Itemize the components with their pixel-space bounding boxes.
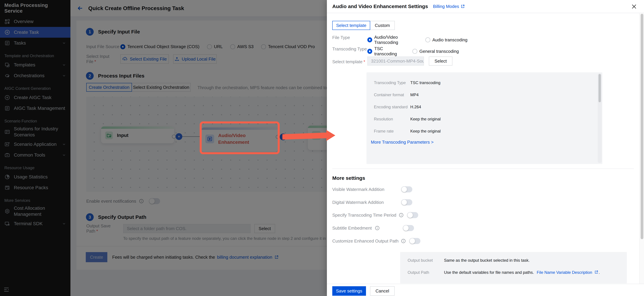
- radio-general-transcoding[interactable]: General transcoding: [412, 49, 459, 54]
- toggle-label: Subtitle Embedment: [332, 226, 372, 231]
- file-name-variable-link[interactable]: File Name Variable Description: [537, 270, 592, 275]
- output-info-row: Output Path Use the default variables fo…: [400, 270, 627, 275]
- template-info-row: Container formatMP4: [366, 93, 602, 97]
- save-settings-button[interactable]: Save settings: [332, 286, 366, 296]
- info-icon: [401, 239, 406, 244]
- template-info-row: Transcoding TypeTSC transcoding: [366, 80, 602, 85]
- info-value: Keep the original: [410, 129, 440, 134]
- external-link-icon: [460, 4, 465, 8]
- drawer-title: Audio and Video Enhancement Settings: [332, 3, 428, 9]
- transcoding-time-toggle[interactable]: [407, 212, 418, 218]
- info-icon: [399, 213, 404, 218]
- file-type-label: File Type: [332, 35, 350, 40]
- radio-dot: [412, 49, 417, 54]
- tab-custom[interactable]: Custom: [370, 21, 395, 30]
- template-info-row: Frame rateKeep the original: [366, 129, 602, 134]
- info-value: MP4: [410, 93, 418, 97]
- transcoding-type-options: TSC transcoding General transcoding: [367, 46, 459, 56]
- toggle-row-visible-watermark: Visible Watermark Addition: [332, 186, 412, 192]
- radio-av-transcoding[interactable]: Audio/Video Transcoding: [367, 35, 418, 45]
- info-label: Frame rate: [374, 129, 410, 134]
- info-label: Container format: [374, 93, 410, 97]
- enhancement-settings-drawer: Audio and Video Enhancement Settings Bil…: [327, 0, 644, 296]
- tab-select-template[interactable]: Select template: [332, 21, 370, 30]
- info-label: Resolution: [374, 117, 410, 122]
- radio-label: General transcoding: [420, 49, 459, 54]
- info-label: Output bucket: [408, 258, 444, 263]
- more-settings-heading: More settings: [332, 175, 365, 181]
- scrollbar-thumb[interactable]: [641, 14, 643, 239]
- output-path-text: Use the default variables for file names…: [444, 270, 534, 275]
- template-info-row: ResolutionKeep the original: [366, 117, 602, 122]
- template-id-input[interactable]: 321001-Common-MP4-SourceRe: [367, 56, 424, 66]
- radio-dot: [367, 49, 372, 54]
- custom-output-path-toggle[interactable]: [409, 238, 420, 244]
- radio-label: Audio/Video Transcoding: [374, 35, 418, 45]
- toggle-label: Visible Watermark Addition: [332, 187, 399, 192]
- toggle-knob: [403, 225, 408, 231]
- template-box-scrollbar: [598, 73, 602, 163]
- template-select-button[interactable]: Select: [429, 56, 452, 66]
- file-type-options: Audio/Video Transcoding Audio transcodin…: [367, 35, 468, 45]
- radio-label: TSC transcoding: [374, 46, 405, 56]
- info-label: Output Path: [408, 270, 444, 275]
- drawer-header: Audio and Video Enhancement Settings Bil…: [327, 0, 644, 13]
- billing-modes-wrap: Billing Modes: [433, 4, 465, 9]
- info-icon: [375, 226, 380, 231]
- radio-dot: [425, 37, 430, 42]
- scrollbar-thumb[interactable]: [598, 74, 601, 102]
- drawer-footer: Save settings Cancel: [327, 284, 644, 296]
- radio-tsc-transcoding[interactable]: TSC transcoding: [367, 46, 405, 56]
- toggle-label: Specify Transcoding Time Period: [332, 213, 396, 218]
- radio-dot: [367, 37, 372, 42]
- select-template-label-wrap: Select template*: [332, 59, 365, 64]
- drawer-mask[interactable]: [0, 0, 327, 296]
- template-info-row: Encoding standardH.264: [366, 105, 602, 109]
- app-root: Media Processing Service Overview Create…: [0, 0, 644, 296]
- info-label: Encoding standard: [374, 105, 410, 109]
- required-asterisk: *: [364, 59, 365, 64]
- toggle-knob: [408, 212, 413, 218]
- select-template-label: Select template: [332, 59, 362, 64]
- toggle-label: Customize Enhanced Output Path: [332, 239, 398, 244]
- info-value: Keep the original: [410, 117, 440, 122]
- drawer-scrollbar: [639, 13, 644, 284]
- subtitle-embedment-toggle[interactable]: [403, 225, 414, 231]
- billing-modes-link[interactable]: Billing Modes: [433, 4, 459, 9]
- radio-label: Audio transcoding: [432, 37, 468, 42]
- output-info-box: Output bucket Same as the output bucket …: [400, 252, 627, 283]
- digital-watermark-toggle[interactable]: [401, 199, 412, 205]
- close-icon[interactable]: [631, 3, 637, 10]
- toggle-label: Digital Watermark Addition: [332, 200, 399, 205]
- radio-audio-transcoding[interactable]: Audio transcoding: [425, 37, 468, 42]
- toggle-row-custom-output-path: Customize Enhanced Output Path: [332, 238, 420, 244]
- visible-watermark-toggle[interactable]: [401, 186, 412, 192]
- toggle-row-transcoding-time: Specify Transcoding Time Period: [332, 212, 418, 218]
- toggle-knob: [410, 238, 415, 244]
- cancel-button[interactable]: Cancel: [370, 286, 394, 296]
- more-transcoding-params-link[interactable]: More Transcoding Parameters >: [371, 140, 434, 145]
- more-settings-divider: [332, 168, 634, 169]
- info-value: Same as the output bucket selected in th…: [444, 258, 530, 263]
- toggle-knob: [402, 187, 407, 192]
- template-info-box: Transcoding TypeTSC transcoding Containe…: [366, 72, 602, 164]
- toggle-row-digital-watermark: Digital Watermark Addition: [332, 199, 412, 205]
- external-link-icon: [594, 270, 599, 275]
- info-value: H.264: [410, 105, 421, 109]
- toggle-knob: [402, 200, 407, 205]
- toggle-row-subtitle-embedment: Subtitle Embedment: [332, 225, 414, 231]
- output-info-row: Output bucket Same as the output bucket …: [400, 258, 627, 263]
- info-label: Transcoding Type: [374, 80, 410, 85]
- transcoding-type-label: Transcoding Type: [332, 46, 367, 52]
- output-path-suffix: .: [599, 270, 600, 275]
- drawer-tabs: Select template Custom: [332, 21, 395, 30]
- info-value: Use the default variables for file names…: [444, 270, 600, 275]
- info-value: TSC transcoding: [410, 80, 440, 85]
